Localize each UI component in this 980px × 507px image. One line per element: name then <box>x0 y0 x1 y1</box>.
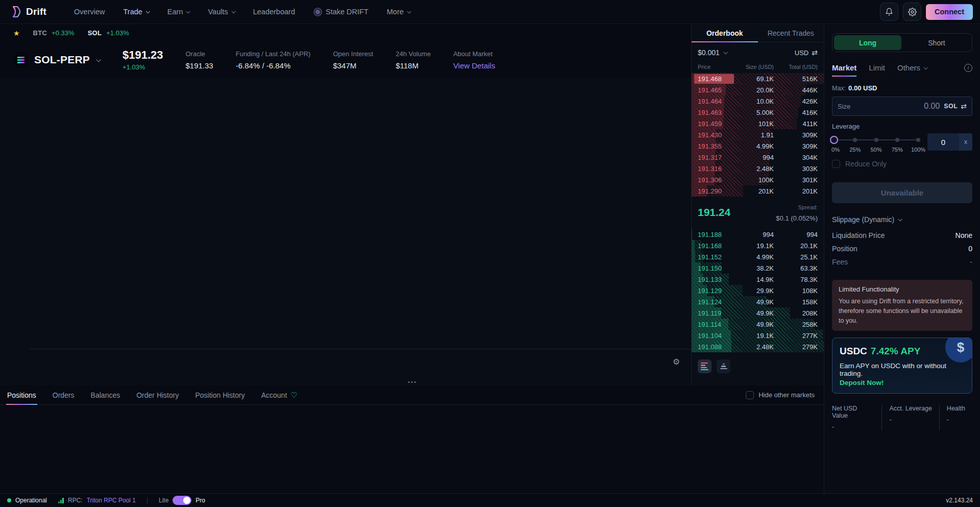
mid-price[interactable]: 191.24 <box>698 206 730 219</box>
orderbook-bid-row[interactable]: 191.13314.9K78.3K <box>692 274 824 285</box>
orderbook-bid-row[interactable]: 191.1524.99K25.1K <box>692 251 824 262</box>
denomination-toggle[interactable]: USD ⇄ <box>795 49 818 57</box>
orderbook-bid-row[interactable]: 191.12929.9K108K <box>692 285 824 296</box>
signal-bars-icon <box>58 498 64 503</box>
tab-orderbook[interactable]: Orderbook <box>692 24 758 42</box>
orderbook-view-button[interactable] <box>698 359 712 373</box>
orderbook-ask-row[interactable]: 191.46869.1K516K <box>692 73 824 84</box>
size-input[interactable]: Size 0.00 SOL ⇄ <box>832 96 972 116</box>
price-cell: 191.468 <box>694 74 734 84</box>
market-selector[interactable]: SOL-PERP <box>13 52 100 67</box>
ticker-item-sol[interactable]: SOL+1.03% <box>88 29 129 37</box>
orderbook-bid-row[interactable]: 191.16819.1K20.1K <box>692 240 824 251</box>
orderbook-ask-row[interactable]: 191.4301.91309K <box>692 129 824 140</box>
nav-item-overview[interactable]: Overview <box>74 8 105 16</box>
submit-order-button[interactable]: Unavailable <box>832 182 972 203</box>
account-stat-value: - <box>832 423 874 430</box>
tab-account[interactable]: Account♡ <box>261 385 298 404</box>
size-cell: 49.9K <box>741 321 774 328</box>
orderbook-ask-row[interactable]: 191.46520.0K446K <box>692 84 824 95</box>
reduce-only-checkbox[interactable] <box>832 160 840 168</box>
warning-body: You are using Drift from a restricted te… <box>839 297 966 325</box>
slippage-dropdown[interactable]: Slippage (Dynamic) <box>832 215 972 224</box>
orderbook-ask-row[interactable]: 191.306100K301K <box>692 174 824 185</box>
view-details-link[interactable]: View Details <box>453 61 495 70</box>
nav-item-leaderboard[interactable]: Leaderboard <box>253 8 295 16</box>
hide-other-markets-toggle[interactable]: Hide other markets <box>746 391 817 399</box>
usdc-apy-card[interactable]: $ USDC7.42% APY Earn APY on USDC with or… <box>832 337 972 394</box>
price-cell: 191.088 <box>698 343 741 351</box>
orderbook-bid-row[interactable]: 191.10419.1K277K <box>692 330 824 341</box>
orderbook-bid-row[interactable]: 191.11449.9K258K <box>692 319 824 330</box>
restricted-territory-warning: Limited Functionality You are using Drif… <box>832 280 972 331</box>
heart-icon[interactable]: ♡ <box>290 391 297 400</box>
slider-dot <box>895 138 899 142</box>
market-stat-funding-last-24h-apr: Funding / Last 24h (APR)-6.84% / -6.84% <box>236 50 311 70</box>
orderbook-bid-row[interactable]: 191.12449.9K158K <box>692 296 824 307</box>
orderbook-ask-row[interactable]: 191.317994304K <box>692 152 824 163</box>
lite-label[interactable]: Lite <box>159 497 168 504</box>
reduce-only-toggle[interactable]: Reduce Only <box>832 160 972 168</box>
leverage-value-input[interactable]: 0 x <box>927 133 972 151</box>
info-icon[interactable]: i <box>964 64 972 72</box>
lite-pro-toggle[interactable] <box>173 496 191 505</box>
nav-item-label: Trade <box>124 8 142 16</box>
orderbook-bid-row[interactable]: 191.11949.9K208K <box>692 307 824 319</box>
nav-item-earn[interactable]: Earn <box>167 8 190 16</box>
orderbook-ask-row[interactable]: 191.4635.00K416K <box>692 107 824 118</box>
deposit-now-link[interactable]: Deposit Now! <box>840 379 965 387</box>
connect-wallet-button[interactable]: Connect <box>926 4 973 20</box>
nav-item-label: Overview <box>74 8 105 16</box>
order-tab-market[interactable]: Market <box>832 63 856 77</box>
slider-tick-label: 0% <box>831 147 840 153</box>
nav-item-more[interactable]: More <box>387 8 410 16</box>
drift-logo[interactable]: Drift <box>7 6 51 18</box>
side-tab-long[interactable]: Long <box>834 35 901 50</box>
total-cell: 20.1K <box>774 242 818 250</box>
orderbook-ask-row[interactable]: 191.46410.0K426K <box>692 95 824 107</box>
orderbook-bid-row[interactable]: 191.15038.2K63.3K <box>692 262 824 274</box>
nav-item-trade[interactable]: Trade <box>124 8 149 16</box>
price-chart-area[interactable]: ⚙ <box>0 78 691 385</box>
orderbook-ask-row[interactable]: 191.3554.99K309K <box>692 140 824 152</box>
tab-order-history[interactable]: Order History <box>136 385 179 404</box>
gear-icon <box>908 8 917 16</box>
usdc-apy: 7.42% APY <box>871 346 921 356</box>
total-cell: 309K <box>774 131 818 139</box>
size-cell: 101K <box>741 120 774 128</box>
orderbook-ask-row[interactable]: 191.290201K201K <box>692 185 824 197</box>
slider-handle[interactable] <box>830 136 838 144</box>
pro-label[interactable]: Pro <box>195 497 205 504</box>
tab-recent-trades[interactable]: Recent Trades <box>758 24 824 42</box>
order-tab-limit[interactable]: Limit <box>869 63 885 77</box>
settings-button[interactable] <box>903 3 921 21</box>
nav-item-vaults[interactable]: Vaults <box>208 8 234 16</box>
price-grouping-dropdown[interactable]: $0.001 <box>698 49 727 57</box>
tab-balances[interactable]: Balances <box>91 385 120 404</box>
nav-item-stake-drift[interactable]: Stake DRIFT <box>313 8 369 16</box>
panel-resize-handle[interactable] <box>406 379 418 385</box>
orderbook-bid-row[interactable]: 191.0882.48K279K <box>692 341 824 352</box>
order-tab-others[interactable]: Others <box>897 63 927 77</box>
rpc-selector[interactable]: RPC: Triton RPC Pool 1 <box>58 497 136 504</box>
ticker-item-btc[interactable]: BTC+0.33% <box>33 29 75 37</box>
size-asset-swap-icon[interactable]: ⇄ <box>961 102 967 110</box>
tab-positions[interactable]: Positions <box>7 385 36 404</box>
leverage-slider[interactable]: 0%25%50%75%100% <box>832 133 920 154</box>
system-status[interactable]: Operational <box>7 497 47 504</box>
depth-chart-view-button[interactable] <box>717 359 730 373</box>
favorites-star-icon[interactable]: ★ <box>13 29 20 37</box>
size-cell: 49.9K <box>741 298 774 306</box>
tab-orders[interactable]: Orders <box>53 385 75 404</box>
hide-other-markets-checkbox[interactable] <box>746 391 754 399</box>
side-tab-short[interactable]: Short <box>903 35 970 50</box>
chart-settings-icon[interactable]: ⚙ <box>673 358 680 366</box>
tab-position-history[interactable]: Position History <box>195 385 244 404</box>
orderbook-ask-row[interactable]: 191.459101K411K <box>692 118 824 129</box>
orderbook-bid-row[interactable]: 191.188994994 <box>692 229 824 240</box>
slider-tick-label: 100% <box>911 147 925 153</box>
usdc-asset: USDC <box>840 346 867 356</box>
size-asset: SOL <box>944 103 958 110</box>
orderbook-ask-row[interactable]: 191.3162.48K303K <box>692 163 824 174</box>
notifications-button[interactable] <box>880 3 898 21</box>
